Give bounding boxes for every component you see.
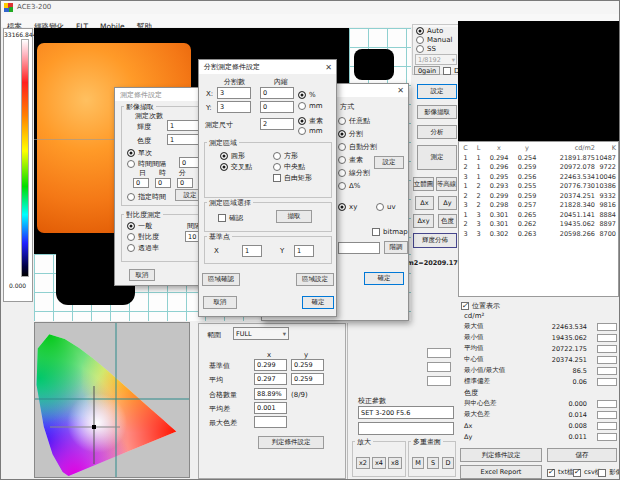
table-row[interactable]: 130.3010.26520451.1418884 — [459, 210, 618, 220]
radio-pixel[interactable]: 畫素 — [298, 116, 323, 126]
x-div-field[interactable]: 3 — [217, 87, 251, 99]
radio-trans[interactable]: 透過率 — [127, 243, 159, 253]
radio-manual[interactable]: Manual — [416, 36, 452, 44]
table-row[interactable]: 330.3020.26320598.2668700 — [459, 229, 618, 239]
table-row[interactable]: 310.2950.25622463.53410046 — [459, 172, 618, 182]
checkbox-position-display[interactable]: 位置表示 — [461, 301, 500, 311]
checkbox-confirm[interactable]: 確認 — [218, 213, 243, 223]
delta-y-button[interactable]: Δy — [438, 196, 457, 210]
radio-contrast[interactable]: 對比度 — [127, 232, 159, 242]
measure-button[interactable]: 測定 — [417, 145, 457, 170]
table-row[interactable]: 230.3010.26219435.0628897 — [459, 220, 618, 230]
multi-m-button[interactable]: M — [412, 457, 424, 469]
judge-condition-button2[interactable]: 判定條件設定 — [258, 436, 324, 449]
checkbox-image[interactable]: 影像檔 — [598, 468, 620, 477]
scale-max-value: 33166.844 — [4, 30, 36, 39]
table-row[interactable]: 320.2980.25721828.3409816 — [459, 201, 618, 211]
radio-mm[interactable]: mm — [298, 102, 323, 110]
y-div-field[interactable]: 3 — [217, 101, 251, 113]
close-icon[interactable]: ✕ — [395, 85, 406, 96]
table-cell: 10386 — [595, 182, 618, 190]
measure-table[interactable]: CLxycd/m2K110.2940.25421891.87510487210.… — [458, 141, 619, 297]
zoom-x4-button[interactable]: x4 — [372, 457, 386, 469]
base-y-field[interactable]: 0.259 — [291, 359, 324, 371]
radio-ss[interactable]: SS — [416, 45, 436, 53]
radio-xy[interactable]: xy — [338, 203, 357, 211]
cancel-button[interactable]: 取消 — [203, 296, 237, 309]
zoom-x2-button[interactable]: x2 — [356, 457, 370, 469]
table-row[interactable]: 110.2940.25421891.87510487 — [459, 153, 618, 163]
table-row[interactable]: 220.2990.25920374.2519332 — [459, 191, 618, 201]
delta-x-button[interactable]: Δx — [415, 196, 434, 210]
base-x-label: X — [214, 247, 219, 256]
radio-circle[interactable]: 圓形 — [220, 151, 245, 161]
analyze-button[interactable]: 分析 — [417, 125, 457, 139]
dialog-cond-titlebar[interactable]: 測定條件設定 — [115, 88, 209, 101]
radio-auto[interactable]: Auto — [416, 27, 443, 35]
zoom-x8-button[interactable]: x8 — [388, 457, 402, 469]
radio-mode-option[interactable]: 任意點 — [338, 114, 408, 127]
area-set-button[interactable]: 區域設定 — [296, 273, 334, 286]
cond-cancel-button[interactable]: 取消 — [129, 269, 155, 281]
radio-center[interactable]: 中央點 — [273, 162, 305, 172]
radio-normal[interactable]: 一般 — [127, 221, 152, 231]
base-x-field[interactable]: 0.299 — [254, 359, 287, 371]
mode-set-button[interactable]: 設定 — [374, 156, 404, 169]
x-inner-field[interactable]: 0 — [260, 87, 294, 99]
excel-report-button[interactable]: Excel Report — [460, 465, 542, 479]
radio-uv[interactable]: uv — [376, 203, 396, 211]
hour-field[interactable]: 0 — [155, 178, 171, 188]
luminance-dist-button[interactable]: 輝度分佈 — [413, 233, 457, 248]
tone-button[interactable]: 階調 — [384, 241, 408, 254]
checkbox-free-rect[interactable]: 自由矩形 — [273, 173, 312, 183]
camera-preview[interactable] — [458, 21, 619, 141]
checkbox-bitmap[interactable]: bitmap — [372, 228, 408, 236]
area-confirm-button[interactable]: 區域確認 — [202, 273, 240, 286]
base-y-field[interactable]: 1 — [294, 245, 314, 257]
radio-square[interactable]: 方形 — [273, 151, 298, 161]
multi-d-button[interactable]: D — [442, 457, 454, 469]
minute-field[interactable]: 0 — [177, 178, 193, 188]
capture-image-button[interactable]: 影像擷取 — [417, 105, 457, 119]
radio-mode-option[interactable]: Δ% — [338, 179, 408, 192]
day-field[interactable]: 0 — [133, 178, 149, 188]
chroma-button[interactable]: 色度 — [438, 214, 457, 228]
base-x-field[interactable]: 1 — [242, 245, 262, 257]
size-field[interactable]: 2 — [260, 118, 294, 130]
radio-mm2[interactable]: mm — [298, 127, 323, 135]
ok-button[interactable]: 確定 — [302, 296, 334, 309]
dialog-split-titlebar[interactable]: 分割測定條件設定 ✕ — [199, 60, 336, 74]
radio-percent[interactable]: % — [298, 91, 316, 99]
table-row[interactable]: 120.2930.25520776.73010386 — [459, 182, 618, 192]
radio-interval[interactable]: 時間間隔 — [127, 159, 166, 169]
multi-s-button[interactable]: S — [427, 457, 439, 469]
radio-timer[interactable]: 指定時間 — [127, 192, 166, 202]
radio-cross[interactable]: 交叉點 — [220, 162, 252, 172]
radio-single[interactable]: 單次 — [127, 148, 152, 158]
delta-xy-button[interactable]: Δxy — [413, 214, 434, 228]
capture-group-label: 影像擷取 — [124, 103, 156, 111]
range-select[interactable]: FULL▾ — [233, 327, 289, 340]
gain-button[interactable]: 0gain — [414, 66, 440, 75]
radio-mode-option[interactable]: 自動分割 — [338, 140, 408, 153]
avg-diff-field: 0.001 — [254, 402, 287, 414]
stat-label: 最小值 — [464, 333, 484, 342]
settings-ok-button[interactable]: 確定 — [364, 272, 404, 285]
settings-button[interactable]: 設定 — [417, 84, 457, 99]
save-button[interactable]: 儲存 — [547, 448, 617, 462]
checkbox-txt[interactable]: txt檔 — [547, 468, 573, 477]
table-cell: 3 — [472, 230, 485, 238]
measure-readout: m2=20209.176 — [407, 259, 459, 268]
tone-field[interactable] — [338, 242, 380, 254]
radio-mode-option[interactable]: 分割 — [338, 127, 408, 140]
contour-button[interactable]: 等高線 — [436, 177, 457, 191]
stereo-button[interactable]: 立體圖 — [413, 177, 434, 191]
grab-button[interactable]: 擷取 — [276, 210, 312, 223]
table-row[interactable]: 210.2960.25920972.0789722 — [459, 163, 618, 173]
judge-condition-button[interactable]: 判定條件設定 — [460, 448, 542, 462]
table-cell: L — [472, 144, 485, 152]
chroma-stats-title: 色度 — [464, 389, 478, 398]
shutter-select[interactable]: 1/8192▾ — [415, 54, 457, 65]
close-icon[interactable]: ✕ — [323, 62, 334, 73]
y-inner-field[interactable]: 0 — [260, 101, 294, 113]
